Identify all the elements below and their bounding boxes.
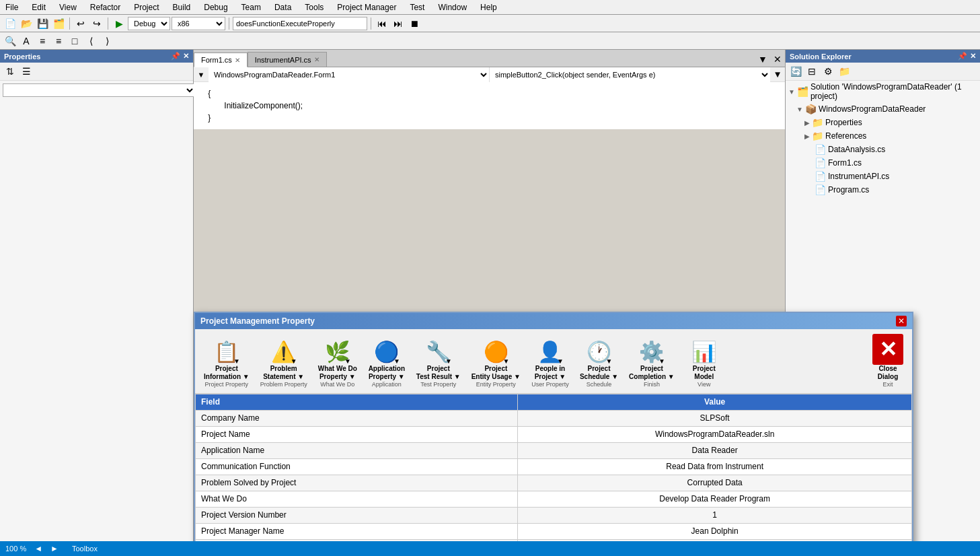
menu-build[interactable]: Build bbox=[170, 1, 194, 13]
function-search[interactable] bbox=[233, 17, 367, 30]
toolbar-entity-usage[interactable]: 🟠 ▼ Project Entity Usage ▼ Entity Proper… bbox=[467, 332, 525, 390]
menu-data[interactable]: Data bbox=[272, 1, 294, 13]
nav-expand-btn[interactable]: ▼ bbox=[194, 67, 209, 81]
redo-btn[interactable]: ↪ bbox=[89, 16, 104, 31]
data-grid-container[interactable]: FieldValueCompany NameSLPSoftProject Nam… bbox=[195, 394, 912, 556]
table-row[interactable]: Project Manager NameJean Dolphin bbox=[196, 523, 912, 539]
toolbar-completion[interactable]: ⚙️ ▼ Project Completion ▼ Finish bbox=[624, 332, 679, 390]
table-row[interactable]: Project Version Number1 bbox=[196, 507, 912, 523]
new-file-btn[interactable]: 📄 bbox=[3, 16, 17, 31]
menu-edit[interactable]: Edit bbox=[29, 1, 48, 13]
tree-program[interactable]: 📄 Program.cs bbox=[786, 183, 980, 197]
what-we-do-label2: Property ▼ bbox=[319, 373, 356, 381]
sol-collapse-btn[interactable]: ⊟ bbox=[804, 64, 819, 79]
open-btn[interactable]: 📂 bbox=[19, 16, 34, 31]
prop-sort-btn[interactable]: ⇅ bbox=[3, 64, 17, 79]
save-btn[interactable]: 💾 bbox=[35, 16, 50, 31]
toolbar-schedule[interactable]: 🕐 ▼ Project Schedule ▼ Schedule bbox=[575, 332, 623, 390]
dialog-title-bar[interactable]: Project Management Property ✕ bbox=[195, 313, 912, 329]
dialog-toolbar: 📋 ▼ Project Information ▼ Project Proper… bbox=[195, 329, 912, 394]
properties-pin-btn[interactable]: 📌 bbox=[171, 52, 180, 61]
menu-view[interactable]: View bbox=[56, 1, 79, 13]
menu-test[interactable]: Test bbox=[407, 1, 427, 13]
tree-project[interactable]: ▼ 📦 WindowsProgramDataReader bbox=[786, 102, 980, 116]
table-row[interactable]: Company NameSLPSoft bbox=[196, 410, 912, 426]
tree-references[interactable]: ▶ 📁 References bbox=[786, 129, 980, 143]
status-left-btn[interactable]: ◄ bbox=[34, 544, 42, 553]
tab-close-all-btn[interactable]: ✕ bbox=[770, 52, 785, 67]
sol-exp-close-btn[interactable]: ✕ bbox=[970, 52, 976, 61]
menu-team[interactable]: Team bbox=[239, 1, 264, 13]
toolbar-close-dialog[interactable]: ✕ Close Dialog Exit bbox=[868, 332, 908, 390]
tab-instrument-close[interactable]: ✕ bbox=[314, 56, 319, 63]
menu-help[interactable]: Help bbox=[478, 1, 500, 13]
tree-instrumentapi[interactable]: 📄 InstrumentAPI.cs bbox=[786, 170, 980, 183]
code-area-top[interactable]: { InitializeComponent(); } bbox=[194, 82, 785, 129]
tree-form1[interactable]: 📄 Form1.cs bbox=[786, 156, 980, 170]
tb2-btn5[interactable]: □ bbox=[67, 34, 82, 48]
menu-debug[interactable]: Debug bbox=[201, 1, 230, 13]
table-row[interactable]: Problem Solved by ProjectCorrupted Data bbox=[196, 475, 912, 491]
table-row[interactable]: Project NameWindowsProgramDataReader.sln bbox=[196, 426, 912, 442]
tab-form1[interactable]: Form1.cs ✕ bbox=[194, 53, 248, 67]
sol-exp-pin-btn[interactable]: 📌 bbox=[958, 52, 967, 61]
table-row[interactable]: What We DoDevelop Data Reader Program bbox=[196, 491, 912, 507]
close-dialog-icon[interactable]: ✕ bbox=[872, 334, 903, 365]
toolbar-problem[interactable]: ⚠️ ▼ Problem Statement ▼ Problem Propert… bbox=[256, 332, 312, 390]
platform-combo[interactable]: x86 bbox=[172, 17, 225, 30]
dataanalysis-file-icon: 📄 bbox=[815, 144, 826, 155]
toolbar-model[interactable]: 📊 Project Model View bbox=[681, 332, 728, 390]
debug-prev-btn[interactable]: ⏮ bbox=[375, 16, 389, 31]
menu-file[interactable]: File bbox=[3, 1, 21, 13]
tb2-btn1[interactable]: 🔍 bbox=[3, 34, 17, 48]
toolbar-what-we-do[interactable]: 🌿 ▼ What We Do Property ▼ What We Do bbox=[313, 332, 362, 390]
model-label1: Project bbox=[693, 365, 716, 373]
tb2-btn4[interactable]: ≡ bbox=[51, 34, 66, 48]
tb2-btn3[interactable]: ≡ bbox=[35, 34, 50, 48]
sol-refresh-btn[interactable]: 🔄 bbox=[788, 64, 803, 79]
tree-solution[interactable]: ▼ 🗂️ Solution 'WindowsProgramDataReader'… bbox=[786, 81, 980, 102]
instrumentapi-label: InstrumentAPI.cs bbox=[828, 172, 889, 181]
tab-dropdown-btn[interactable]: ▼ bbox=[755, 52, 770, 67]
tree-dataanalysis[interactable]: 📄 DataAnalysis.cs bbox=[786, 143, 980, 156]
tab-instrument[interactable]: InstrumentAPI.cs ✕ bbox=[248, 52, 327, 67]
save-all-btn[interactable]: 🗂️ bbox=[51, 16, 66, 31]
table-row[interactable]: Application NameData Reader bbox=[196, 442, 912, 458]
prop-group-btn[interactable]: ☰ bbox=[19, 64, 34, 79]
debug-next-btn[interactable]: ⏭ bbox=[391, 16, 406, 31]
undo-btn[interactable]: ↩ bbox=[73, 16, 88, 31]
play-btn[interactable]: ▶ bbox=[112, 16, 126, 31]
toolbox-tab[interactable]: Toolbox bbox=[72, 545, 98, 553]
menu-project[interactable]: Project bbox=[131, 1, 161, 13]
menu-refactor[interactable]: Refactor bbox=[87, 1, 123, 13]
field-cell: Project Name bbox=[196, 426, 518, 442]
debug-config-combo[interactable]: Debug bbox=[128, 17, 170, 30]
menu-window[interactable]: Window bbox=[435, 1, 469, 13]
sol-showfiles-btn[interactable]: 📁 bbox=[837, 64, 852, 79]
method-nav-combo[interactable]: simpleButton2_Click(object sender, Event… bbox=[490, 67, 770, 82]
status-right-btn[interactable]: ► bbox=[50, 544, 59, 553]
nav-scroll-btn[interactable]: ▼ bbox=[770, 67, 785, 81]
properties-close-btn[interactable]: ✕ bbox=[183, 52, 189, 61]
application-icon: 🔵 ▼ bbox=[373, 338, 400, 365]
menu-tools[interactable]: Tools bbox=[302, 1, 326, 13]
menu-project-manager[interactable]: Project Manager bbox=[334, 1, 399, 13]
table-row[interactable]: Communication FunctionRead Data from Ins… bbox=[196, 458, 912, 475]
tab-form1-close[interactable]: ✕ bbox=[235, 57, 240, 64]
debug-stop-btn[interactable]: ⏹ bbox=[407, 16, 422, 31]
tb2-btn2[interactable]: A bbox=[19, 34, 34, 48]
application-label1: Application bbox=[369, 365, 405, 373]
people-label2: Project ▼ bbox=[535, 373, 566, 381]
properties-combo[interactable] bbox=[3, 83, 196, 97]
dialog-x-button[interactable]: ✕ bbox=[896, 316, 907, 326]
toolbar-people[interactable]: 👤 ▼ People in Project ▼ User Property bbox=[527, 332, 574, 390]
class-nav-combo[interactable]: WindowsProgramDataReader.Form1 bbox=[209, 67, 490, 82]
toolbar-test-result[interactable]: 🔧 ▼ Project Test Result ▼ Test Property bbox=[412, 332, 465, 390]
sol-props-btn[interactable]: ⚙ bbox=[821, 64, 835, 79]
toolbar-application[interactable]: 🔵 ▼ Application Property ▼ Application bbox=[363, 332, 410, 390]
tree-properties[interactable]: ▶ 📁 Properties bbox=[786, 116, 980, 129]
properties-folder-icon: 📁 bbox=[812, 117, 823, 128]
tb2-btn6[interactable]: ⟨ bbox=[83, 34, 98, 48]
toolbar-proj-info[interactable]: 📋 ▼ Project Information ▼ Project Proper… bbox=[199, 332, 254, 390]
tb2-btn7[interactable]: ⟩ bbox=[100, 34, 114, 48]
